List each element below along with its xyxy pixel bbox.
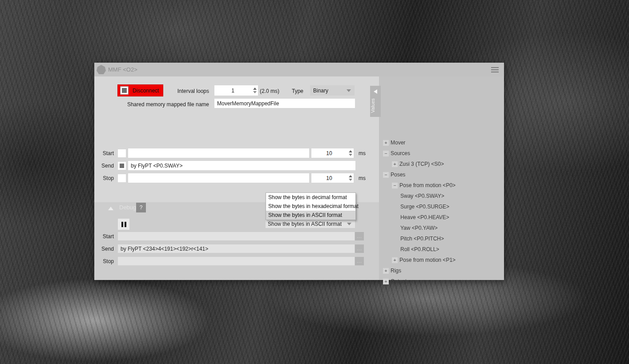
debug-send-bytes-field[interactable] bbox=[118, 244, 355, 253]
debug-start-bytes-field[interactable] bbox=[118, 232, 355, 240]
interval-loops-stepper[interactable]: 1 bbox=[214, 85, 258, 96]
send-checkbox[interactable] bbox=[118, 162, 126, 170]
values-side-tab[interactable]: Values bbox=[370, 86, 381, 117]
tree-item-heave[interactable]: Heave <P0.HEAVE> bbox=[379, 212, 504, 223]
interval-loops-value: 1 bbox=[214, 88, 251, 94]
tree-item-roll[interactable]: Roll <P0.ROLL> bbox=[379, 244, 504, 255]
expand-icon[interactable]: + bbox=[392, 257, 398, 263]
expand-icon[interactable]: + bbox=[392, 161, 398, 167]
stop-unit-label: ms bbox=[359, 175, 366, 181]
debug-stop-label: Stop bbox=[94, 258, 114, 264]
stop-row-label: Stop bbox=[94, 175, 114, 181]
tree-item-surge[interactable]: Surge <P0.SURGE> bbox=[379, 201, 504, 212]
start-unit-label: ms bbox=[359, 150, 366, 156]
stepper-arrows-icon[interactable] bbox=[347, 148, 354, 158]
option-decimal-format[interactable]: Show the bytes in decimal format bbox=[266, 193, 355, 202]
chevron-down-icon bbox=[347, 89, 351, 92]
tree-item-mover[interactable]: + Mover bbox=[379, 137, 504, 148]
hamburger-menu-icon[interactable] bbox=[491, 67, 499, 72]
tree-item-pose-from-motion-p1[interactable]: + Pose from motion <P1> bbox=[379, 255, 504, 265]
tree-item-zusi3-tcp[interactable]: + Zusi 3 (TCP) <S0> bbox=[379, 159, 504, 169]
collapse-icon[interactable]: − bbox=[383, 151, 389, 156]
tree-item-yaw[interactable]: Yaw <P0.YAW> bbox=[379, 223, 504, 233]
debug-start-label: Start bbox=[94, 233, 114, 240]
option-ascii-format[interactable]: Show the bytes in ASCII format bbox=[266, 211, 355, 220]
start-checkbox[interactable] bbox=[118, 149, 126, 157]
shared-memory-name-input[interactable] bbox=[214, 99, 355, 108]
stepper-arrows-icon[interactable] bbox=[251, 85, 258, 96]
window-title: MMF <O2> bbox=[108, 66, 137, 73]
byte-format-options-popup: Show the bytes in decimal format Show th… bbox=[266, 192, 356, 220]
hexagon-app-icon bbox=[97, 65, 106, 74]
connection-checkbox[interactable] bbox=[120, 86, 129, 95]
debug-section-label: Debug bbox=[119, 204, 136, 211]
type-selected-value: Binary bbox=[310, 88, 347, 94]
pause-icon bbox=[121, 222, 126, 227]
collapse-up-icon[interactable] bbox=[108, 207, 113, 210]
stepper-arrows-icon[interactable] bbox=[347, 173, 354, 183]
tree-item-rigs[interactable]: + Rigs bbox=[379, 265, 504, 276]
start-string-input[interactable] bbox=[128, 148, 309, 158]
stop-checkbox[interactable] bbox=[118, 174, 126, 182]
byte-format-dropdown[interactable]: Show the bytes in ASCII format bbox=[266, 220, 355, 228]
stop-string-input[interactable] bbox=[128, 173, 309, 183]
tree-item-sources[interactable]: − Sources bbox=[379, 148, 504, 159]
debug-stop-more-button[interactable]: ... bbox=[355, 257, 364, 265]
option-hexadecimal-format[interactable]: Show the bytes in hexadecimal format bbox=[266, 202, 355, 211]
tree-item-outputs[interactable]: + Outputs bbox=[379, 276, 504, 287]
expand-icon[interactable]: + bbox=[383, 279, 389, 284]
debug-send-label: Send bbox=[94, 246, 114, 252]
tree-item-pose-from-motion-p0[interactable]: − Pose from motion <P0> bbox=[379, 180, 504, 191]
help-button[interactable]: ? bbox=[136, 203, 146, 212]
stop-interval-stepper[interactable]: 10 bbox=[311, 173, 354, 183]
chevron-left-icon bbox=[374, 89, 377, 94]
interval-loops-label: Interval loops bbox=[160, 88, 209, 94]
tree-item-poses[interactable]: − Poses bbox=[379, 169, 504, 180]
start-row-label: Start bbox=[94, 150, 114, 156]
collapse-icon[interactable]: − bbox=[392, 183, 398, 188]
pause-button[interactable] bbox=[118, 219, 129, 230]
shared-memory-label: Shared memory mapped file name bbox=[120, 101, 209, 108]
debug-start-more-button[interactable]: ... bbox=[355, 232, 364, 240]
expand-icon[interactable]: + bbox=[383, 140, 389, 146]
collapse-icon[interactable]: − bbox=[383, 172, 389, 178]
send-string-input[interactable] bbox=[128, 161, 355, 170]
debug-stop-bytes-field[interactable] bbox=[118, 257, 355, 265]
send-row-label: Send bbox=[94, 163, 114, 169]
expand-icon[interactable]: + bbox=[383, 268, 389, 274]
titlebar[interactable]: MMF <O2> bbox=[94, 63, 504, 76]
mmf-output-window: MMF <O2> + Mover − Sources + Zusi 3 (TCP… bbox=[94, 63, 504, 280]
start-interval-stepper[interactable]: 10 bbox=[311, 148, 354, 158]
type-dropdown[interactable]: Binary bbox=[310, 85, 355, 96]
tree-item-sway[interactable]: Sway <P0.SWAY> bbox=[379, 191, 504, 201]
chevron-down-icon bbox=[347, 223, 351, 225]
values-tab-label: Values bbox=[370, 96, 381, 116]
debug-send-more-button[interactable]: ... bbox=[355, 244, 364, 253]
byte-format-selected-value: Show the bytes in ASCII format bbox=[266, 221, 347, 227]
type-label: Type bbox=[292, 88, 308, 94]
interval-rate-text: (2.0 ms) bbox=[260, 88, 286, 94]
disconnect-button[interactable]: Disconnect bbox=[117, 84, 163, 96]
disconnect-label: Disconnect bbox=[129, 88, 163, 94]
tree-item-pitch[interactable]: Pitch <P0.PITCH> bbox=[379, 233, 504, 244]
